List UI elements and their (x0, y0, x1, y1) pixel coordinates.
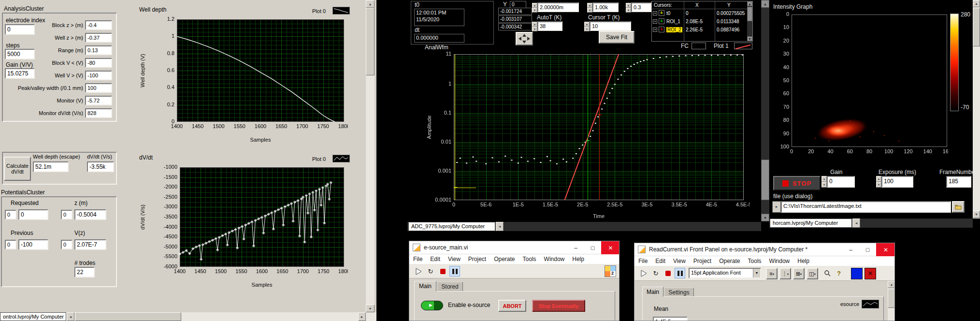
esource-legend-label[interactable]: esource (840, 301, 859, 307)
t0-timestamp-input[interactable]: 12:00:01 PM 11/5/2020 (414, 9, 464, 26)
pause-icon[interactable] (675, 268, 685, 278)
blue-swatch-icon[interactable] (851, 268, 863, 279)
scroll-left-icon[interactable]: ◄ (496, 222, 504, 231)
stop-eventually-button[interactable]: Stop Eventually (532, 300, 585, 312)
menu-item[interactable]: View (444, 255, 464, 263)
field-input[interactable]: -0.37 (85, 33, 112, 43)
menu-item[interactable]: Project (464, 255, 490, 263)
increment-icon[interactable]: ▲ (876, 176, 881, 182)
file-path-input[interactable]: C:\VIs\Thorcam\LatestImage.txt (781, 201, 951, 213)
tab-stored[interactable]: Stored (437, 282, 463, 292)
scroll-left-icon[interactable]: ◄ (852, 219, 860, 228)
autot-arrows[interactable]: ▲▼ (532, 22, 537, 31)
pause-icon[interactable] (449, 266, 460, 277)
help-icon[interactable]: ? (834, 268, 844, 278)
path-type-icon[interactable]: ▸ (772, 201, 781, 213)
decrement-icon[interactable]: ▼ (876, 182, 881, 188)
menu-item[interactable]: Edit (426, 255, 444, 263)
intensity-graph[interactable] (770, 11, 948, 161)
menu-item[interactable]: Tools (519, 255, 540, 263)
calculate-dvdt-button[interactable]: Calculate dV/dt (4, 157, 31, 181)
well-depth-legend-icon[interactable] (332, 7, 350, 15)
scroll-up-icon[interactable]: ▲ (761, 0, 769, 8)
spinner1-arrows[interactable]: ▲▼ (532, 3, 537, 13)
cursor-row-name-selected[interactable]: ROI_2 (666, 27, 682, 32)
project-tab-control[interactable]: ontrol.lvproj/My Computer (0, 312, 66, 321)
dvdt-legend-label[interactable]: Plot 0 (312, 156, 326, 162)
save-fit-button[interactable]: Save Fit (599, 31, 634, 44)
run-continuous-icon[interactable]: ↻ (425, 266, 436, 277)
menu-item[interactable]: Help (793, 257, 813, 265)
field-input[interactable]: -0.4 (85, 20, 112, 30)
font-selector[interactable]: 15pt Application Font ▼ (689, 268, 761, 278)
scroll-down-icon[interactable]: ▼ (761, 214, 769, 221)
cursor-row-name[interactable]: ROI_1 (666, 19, 680, 24)
dvdt-legend-icon[interactable] (332, 155, 350, 162)
field-input[interactable]: -100 (85, 71, 112, 80)
field-input[interactable]: -5.72 (85, 96, 112, 105)
vscroll-thumb[interactable] (973, 8, 980, 46)
tab-main[interactable]: Main (642, 287, 663, 297)
field-input[interactable]: -80 (85, 58, 112, 68)
increment-icon[interactable]: ▲ (584, 22, 590, 27)
requested-input[interactable]: 0 (18, 209, 48, 220)
vscroll-thumb[interactable] (761, 160, 769, 200)
increment-icon[interactable]: ▲ (587, 3, 592, 8)
field-input[interactable]: 828 (85, 108, 112, 118)
spinner2-arrows[interactable]: ▲▼ (587, 3, 592, 13)
scroll-up-icon[interactable]: ▲ (973, 0, 980, 7)
previous-index[interactable]: 0 (5, 240, 16, 249)
gain-arrows[interactable]: ▲▼ (821, 176, 827, 188)
vz-input[interactable]: 2.07E-7 (74, 239, 106, 250)
vscroll-thumb[interactable] (747, 7, 752, 21)
project-tab-thorcam[interactable]: horcam.lvproj/My Computer (770, 219, 852, 228)
search-icon[interactable] (822, 268, 833, 278)
spinner3-input[interactable]: 0.3 (631, 2, 651, 12)
dt-input[interactable]: 0.000000 (414, 34, 464, 43)
increment-icon[interactable]: ▲ (532, 3, 537, 8)
scroll-up-icon[interactable]: ▲ (888, 281, 895, 288)
close-icon[interactable]: ✕ (601, 241, 620, 254)
project-tab-adc[interactable]: ADC_9775.lvproj/My Computer (408, 222, 495, 231)
expand-icon[interactable]: + (653, 11, 657, 15)
titlebar[interactable]: ReadCurrent.vi Front Panel on e-source.l… (634, 243, 894, 256)
run-icon[interactable] (638, 268, 649, 278)
scroll-down-icon[interactable]: ▼ (366, 305, 375, 312)
maximize-icon[interactable]: ▢ (584, 241, 601, 254)
well-depth-graph[interactable] (139, 15, 348, 144)
menu-item[interactable]: File (409, 255, 426, 263)
trodes-input[interactable]: 22 (74, 267, 95, 277)
autot-input[interactable]: 38 (537, 21, 562, 31)
tab-main[interactable]: Main (414, 281, 436, 292)
increment-icon[interactable]: ▲ (626, 3, 631, 8)
maximize-icon[interactable]: ▢ (859, 243, 876, 256)
abort-icon[interactable] (437, 266, 448, 277)
increment-icon[interactable]: ▲ (821, 176, 827, 182)
run-continuous-icon[interactable]: ↻ (650, 268, 661, 278)
menu-item[interactable]: Window (765, 257, 794, 265)
abort-icon[interactable] (663, 268, 673, 278)
decrement-icon[interactable]: ▼ (587, 8, 592, 13)
z-input[interactable]: -0.5004 (74, 209, 106, 220)
scroll-right-icon[interactable]: ► (358, 312, 366, 321)
menu-item[interactable]: File (634, 257, 651, 265)
align-objects-button[interactable]: ≡▾ (766, 268, 778, 279)
color-ramp[interactable] (950, 14, 959, 111)
browse-folder-icon[interactable] (952, 201, 965, 213)
scroll-down-icon[interactable]: ▼ (973, 211, 980, 218)
cursor-mover-pad[interactable] (516, 32, 533, 45)
reorder-objects-button[interactable]: ◫▾ (807, 268, 818, 279)
run-icon[interactable] (413, 266, 424, 277)
decrement-icon[interactable]: ▼ (626, 8, 631, 13)
scroll-left-icon[interactable]: ◄ (67, 312, 74, 321)
menu-item[interactable]: Window (540, 255, 569, 263)
titlebar[interactable]: e-source_main.vi – ▢ ✕ (409, 241, 619, 254)
menu-item[interactable]: View (669, 257, 690, 265)
plot1-legend-label[interactable]: Plot 1 (714, 43, 729, 50)
cursor-t-input[interactable]: 10 (590, 21, 631, 31)
exposure-arrows[interactable]: ▲▼ (876, 176, 881, 188)
close-icon[interactable]: ✕ (876, 243, 895, 256)
hscroll-thumb[interactable] (75, 312, 181, 321)
expand-icon[interactable]: + (653, 28, 657, 32)
decrement-icon[interactable]: ▼ (532, 27, 537, 31)
